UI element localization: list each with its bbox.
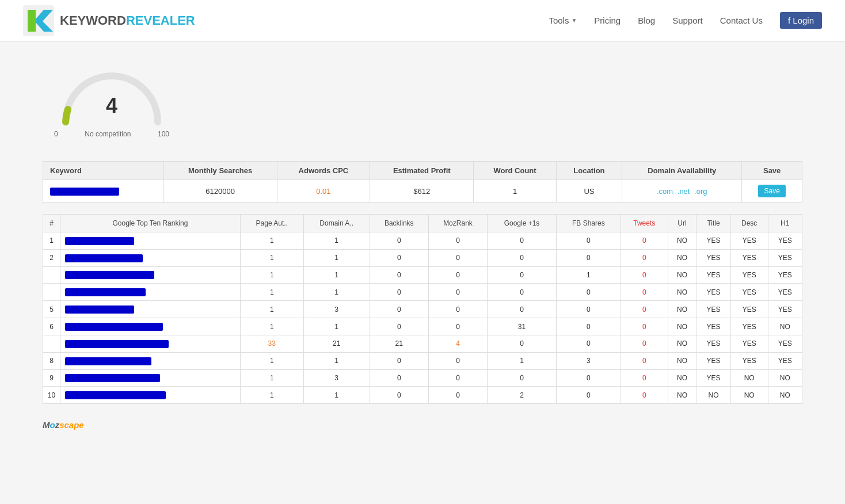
row-h1: YES <box>768 266 802 284</box>
row-keyword-redacted <box>65 306 134 314</box>
row-keyword <box>60 232 241 250</box>
save-button[interactable]: Save <box>758 185 785 197</box>
row-keyword-redacted <box>65 237 134 245</box>
gauge-max: 100 <box>158 130 169 138</box>
row-google-plus: 0 <box>488 266 557 284</box>
row-mozrank: 0 <box>428 266 487 284</box>
row-num <box>43 266 60 284</box>
row-backlinks: 0 <box>370 249 428 266</box>
location-cell: US <box>556 180 622 203</box>
table-row: 6 1 1 0 0 31 0 0 NO YES YES NO <box>43 318 802 335</box>
row-url: NO <box>668 387 696 404</box>
domain-cell: .com .net .org <box>622 180 742 203</box>
nav-tools[interactable]: Tools ▼ <box>549 16 577 25</box>
col-page-auth: Page Aut.. <box>240 215 303 232</box>
row-h1: YES <box>768 232 802 250</box>
row-backlinks: 0 <box>370 284 428 301</box>
row-h1: NO <box>768 387 802 404</box>
row-mozrank: 0 <box>428 301 487 318</box>
row-desc: YES <box>730 335 768 352</box>
row-title: NO <box>696 387 730 404</box>
col-tweets: Tweets <box>621 215 668 232</box>
row-title: YES <box>696 249 730 266</box>
row-title: YES <box>696 335 730 352</box>
row-keyword <box>60 335 241 352</box>
row-title: YES <box>696 301 730 318</box>
row-keyword-redacted <box>65 254 143 262</box>
mozscape-footer: Mozscape <box>43 415 802 434</box>
header: KEYWORDREVEALER Tools ▼ Pricing Blog Sup… <box>0 0 845 41</box>
logo-text: KEYWORDREVEALER <box>60 13 195 28</box>
row-url: NO <box>668 301 696 318</box>
row-tweets: 0 <box>621 266 668 284</box>
row-backlinks: 0 <box>370 369 428 387</box>
row-num: 8 <box>43 352 60 369</box>
nav-blog[interactable]: Blog <box>638 16 655 25</box>
table-row: 8 1 1 0 0 1 3 0 NO YES YES YES <box>43 352 802 369</box>
row-domain-auth: 1 <box>303 232 370 250</box>
row-tweets: 0 <box>621 387 668 404</box>
row-url: NO <box>668 284 696 301</box>
row-domain-auth: 1 <box>303 284 370 301</box>
row-keyword <box>60 352 241 369</box>
row-desc: YES <box>730 249 768 266</box>
row-fb-shares: 1 <box>556 266 621 284</box>
domain-net[interactable]: .net <box>677 187 690 196</box>
row-desc: YES <box>730 352 768 369</box>
row-google-plus: 0 <box>488 284 557 301</box>
row-tweets: 0 <box>621 369 668 387</box>
row-page-auth: 1 <box>240 266 303 284</box>
col-domain: Domain Availability <box>622 162 742 180</box>
col-h1: H1 <box>768 215 802 232</box>
domain-com[interactable]: .com <box>657 187 673 196</box>
row-fb-shares: 3 <box>556 352 621 369</box>
svg-marker-2 <box>28 10 36 32</box>
row-page-auth: 1 <box>240 387 303 404</box>
row-domain-auth: 1 <box>303 352 370 369</box>
row-desc: YES <box>730 266 768 284</box>
row-keyword-redacted <box>65 288 146 296</box>
col-mozrank: MozRank <box>428 215 487 232</box>
row-keyword-redacted <box>65 374 160 382</box>
row-url: NO <box>668 352 696 369</box>
row-num: 5 <box>43 301 60 318</box>
row-url: NO <box>668 266 696 284</box>
col-location: Location <box>556 162 622 180</box>
mozscape-logo: Mozscape <box>43 420 84 430</box>
domain-org[interactable]: .org <box>694 187 707 196</box>
row-title: YES <box>696 266 730 284</box>
row-fb-shares: 0 <box>556 387 621 404</box>
col-domain-auth: Domain A.. <box>303 215 370 232</box>
row-google-plus: 0 <box>488 232 557 250</box>
row-keyword <box>60 387 241 404</box>
row-mozrank: 0 <box>428 352 487 369</box>
row-fb-shares: 0 <box>556 232 621 250</box>
row-mozrank: 0 <box>428 369 487 387</box>
row-mozrank: 0 <box>428 387 487 404</box>
row-backlinks: 0 <box>370 232 428 250</box>
row-title: YES <box>696 232 730 250</box>
row-desc: YES <box>730 301 768 318</box>
nav-pricing[interactable]: Pricing <box>594 16 621 25</box>
row-page-auth: 1 <box>240 318 303 335</box>
table-row: 33 21 21 4 0 0 0 NO YES YES YES <box>43 335 802 352</box>
row-page-auth: 1 <box>240 352 303 369</box>
row-desc: YES <box>730 318 768 335</box>
row-url: NO <box>668 369 696 387</box>
keyword-cell <box>43 180 164 203</box>
nav-contact[interactable]: Contact Us <box>720 16 763 25</box>
row-keyword <box>60 249 241 266</box>
table-row: 9 1 3 0 0 0 0 0 NO YES NO NO <box>43 369 802 387</box>
nav-support[interactable]: Support <box>672 16 703 25</box>
row-fb-shares: 0 <box>556 369 621 387</box>
col-google-ranking: Google Top Ten Ranking <box>60 215 241 232</box>
logo-area: KEYWORDREVEALER <box>23 5 549 36</box>
nav-fb-btn[interactable]: f Login <box>780 12 822 29</box>
row-domain-auth: 3 <box>303 369 370 387</box>
row-google-plus: 0 <box>488 335 557 352</box>
row-page-auth: 1 <box>240 301 303 318</box>
wordcount-cell: 1 <box>474 180 556 203</box>
row-fb-shares: 0 <box>556 301 621 318</box>
row-keyword-redacted <box>65 323 163 331</box>
row-page-auth: 1 <box>240 284 303 301</box>
